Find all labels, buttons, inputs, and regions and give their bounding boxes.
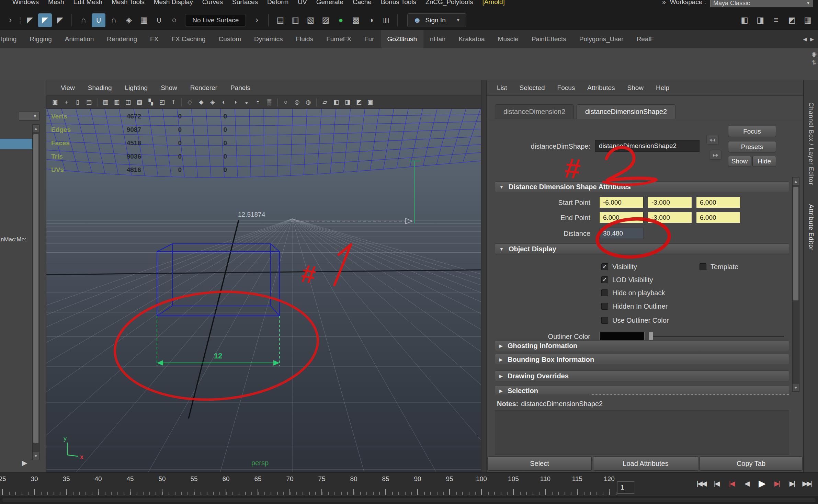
use-outliner-color-checkbox[interactable] bbox=[601, 317, 608, 324]
step-forward-frame-button[interactable]: ▶| bbox=[784, 476, 799, 491]
workspace-toolsettings-icon[interactable]: ◩ bbox=[785, 13, 799, 27]
shadows-icon[interactable]: ◑ bbox=[230, 98, 240, 107]
workspace-attr-editor-icon[interactable]: ≡ bbox=[769, 13, 783, 27]
section-drawing-overrides[interactable]: ▶ Drawing Overrides bbox=[495, 370, 789, 381]
vp-menu-panels[interactable]: Panels bbox=[230, 84, 250, 92]
gate-mask-icon[interactable]: ▩ bbox=[134, 98, 145, 107]
lod-visibility-checkbox[interactable] bbox=[601, 276, 608, 283]
snap-grid-icon[interactable]: ∩ bbox=[77, 13, 90, 27]
range-slider-bar[interactable] bbox=[2, 498, 816, 502]
safe-title-icon[interactable]: T bbox=[168, 98, 179, 107]
menubar-overflow-icon[interactable]: » bbox=[662, 0, 666, 7]
focus-button[interactable]: Focus bbox=[728, 126, 776, 137]
viewcube-icon[interactable]: ▣ bbox=[50, 98, 60, 107]
four-pane-icon[interactable]: ◩ bbox=[354, 98, 364, 107]
wireframe-icon[interactable]: ◇ bbox=[185, 98, 195, 107]
play-forwards-button[interactable]: ▶ bbox=[754, 476, 769, 491]
scrollbar-thumb[interactable] bbox=[793, 187, 798, 300]
shelf-tab-polygons-user[interactable]: Polygons_User bbox=[573, 30, 630, 48]
menu-bonus-tools[interactable]: Bonus Tools bbox=[381, 0, 416, 7]
outliner-toggle-icon[interactable]: ▣ bbox=[365, 98, 375, 107]
template-checkbox[interactable] bbox=[700, 263, 706, 270]
workspace-channelbox-icon[interactable]: ◨ bbox=[753, 13, 767, 27]
shelf-tab-rigging[interactable]: Rigging bbox=[23, 30, 58, 48]
visibility-checkbox[interactable] bbox=[601, 263, 608, 270]
copy-tab-button[interactable]: Copy Tab bbox=[700, 456, 803, 471]
viewport-canvas[interactable]: 12 12.51874 y x persp Verts467200 Edges9 bbox=[46, 109, 481, 472]
multisampling-icon[interactable]: ▒ bbox=[264, 98, 274, 107]
load-attributes-button[interactable]: Load Attributes bbox=[593, 456, 698, 471]
current-frame-field[interactable]: 1 bbox=[617, 481, 634, 494]
go-to-start-button[interactable]: |◀◀ bbox=[694, 476, 709, 491]
step-back-key-button[interactable]: |◀ bbox=[724, 476, 739, 491]
scroll-up-icon[interactable]: ▲ bbox=[793, 177, 799, 185]
hypershade-icon[interactable]: ▩ bbox=[349, 13, 363, 27]
left-panel-scrollbar[interactable]: ▲ ▼ bbox=[32, 124, 39, 460]
tab-distance-dimension2[interactable]: distanceDimension2 bbox=[495, 104, 574, 119]
shelf-tab-animation[interactable]: Animation bbox=[58, 30, 101, 48]
section-selection[interactable]: ▶ Selection bbox=[495, 385, 789, 394]
scroll-down-icon[interactable]: ▼ bbox=[793, 384, 799, 391]
light-editor-icon[interactable]: ◑ bbox=[364, 13, 378, 27]
shelf-tab-muscle[interactable]: Muscle bbox=[491, 30, 525, 48]
ae-scrollbar[interactable]: ▲ ▼ bbox=[792, 177, 799, 392]
workspace-outliner-icon[interactable]: ◧ bbox=[738, 13, 751, 27]
tab-channel-box-layer-editor[interactable]: Channel Box / Layer Editor bbox=[807, 102, 815, 185]
motion-blur-icon[interactable]: ◓ bbox=[253, 98, 263, 107]
shelf-tab-rendering[interactable]: Rendering bbox=[100, 30, 144, 48]
group-expand-icon[interactable]: › bbox=[250, 13, 264, 27]
section-object-display[interactable]: ▼ Object Display bbox=[495, 243, 789, 254]
snap-view-plane-icon[interactable]: ▦ bbox=[137, 13, 151, 27]
field-chart-icon[interactable]: ▚ bbox=[146, 98, 156, 107]
notes-resize-divider[interactable] bbox=[590, 394, 789, 395]
menu-edit-mesh[interactable]: Edit Mesh bbox=[73, 0, 102, 7]
camera-attributes-icon[interactable]: ▤ bbox=[84, 98, 94, 107]
shelf-updown-icon[interactable]: ⇅ bbox=[811, 59, 816, 66]
menu-zncg-polytools[interactable]: ZnCG_Polytools bbox=[425, 0, 473, 7]
shelf-menu-sphere-icon[interactable]: ◉ bbox=[811, 50, 817, 58]
shaded-icon[interactable]: ◆ bbox=[196, 98, 206, 107]
end-point-y-field[interactable]: -3.000 bbox=[648, 212, 692, 223]
snap-curve-icon[interactable]: ∪ bbox=[92, 13, 105, 27]
vp-menu-shading[interactable]: Shading bbox=[88, 84, 112, 92]
workspace-layout-icon[interactable]: ▦ bbox=[801, 13, 815, 27]
section-ghosting-information[interactable]: ▶ Ghosting Information bbox=[495, 340, 789, 351]
left-panel-expand-icon[interactable]: ▶ bbox=[22, 459, 27, 467]
scroll-up-icon[interactable]: ▲ bbox=[33, 125, 39, 132]
render-settings-icon[interactable]: ▨ bbox=[319, 13, 332, 27]
make-live-icon[interactable]: ∪ bbox=[152, 13, 166, 27]
snap-point-icon[interactable]: ∩ bbox=[107, 13, 121, 27]
select-tool-icon[interactable]: ◤ bbox=[23, 13, 37, 27]
go-to-end-button[interactable]: ▶▶| bbox=[799, 476, 815, 491]
step-back-frame-button[interactable]: |◀ bbox=[709, 476, 724, 491]
outliner-color-swatch[interactable] bbox=[599, 332, 645, 340]
plugin-shelf-icon[interactable]: ▱ bbox=[320, 98, 330, 107]
menu-deform[interactable]: Deform bbox=[267, 0, 288, 7]
shelf-tab-gozbrush[interactable]: GoZBrush bbox=[381, 30, 424, 48]
range-slider[interactable] bbox=[0, 496, 818, 504]
shelf-tab-custom[interactable]: Custom bbox=[212, 30, 248, 48]
render-current-frame-icon[interactable]: ▥ bbox=[288, 13, 302, 27]
section-shape-attributes[interactable]: ▼ Distance Dimension Shape Attributes bbox=[495, 181, 789, 192]
ipr-render-icon[interactable]: ▧ bbox=[304, 13, 317, 27]
material-sphere-icon[interactable]: ● bbox=[334, 13, 348, 27]
single-pane-icon[interactable]: ◧ bbox=[331, 98, 341, 107]
tab-attribute-editor[interactable]: Attribute Editor bbox=[807, 204, 815, 251]
paint-effects-icon[interactable]: [||] bbox=[379, 13, 393, 27]
select-button[interactable]: Select bbox=[487, 456, 592, 471]
play-backwards-button[interactable]: ◀ bbox=[739, 476, 754, 491]
isolate-select-icon[interactable]: ◍ bbox=[303, 98, 314, 107]
sign-in-button[interactable]: ☻ Sign In ▼ bbox=[407, 13, 466, 27]
vp-menu-lighting[interactable]: Lighting bbox=[125, 84, 148, 92]
shelf-tab-painteffects[interactable]: PaintEffects bbox=[525, 30, 573, 48]
ae-menu-list[interactable]: List bbox=[497, 84, 507, 92]
start-point-z-field[interactable]: 6.000 bbox=[696, 197, 740, 208]
section-bounding-box-information[interactable]: ▶ Bounding Box Information bbox=[495, 354, 789, 365]
vp-menu-show[interactable]: Show bbox=[161, 84, 177, 92]
shelf-tab-fx-caching[interactable]: FX Caching bbox=[165, 30, 212, 48]
step-forward-key-button[interactable]: ▶| bbox=[769, 476, 784, 491]
vp-menu-view[interactable]: View bbox=[61, 84, 75, 92]
pan-zoom-icon[interactable]: + bbox=[61, 98, 71, 107]
two-pane-icon[interactable]: ◨ bbox=[342, 98, 353, 107]
shelf-scroll-right-icon[interactable]: ▶ bbox=[810, 36, 814, 42]
